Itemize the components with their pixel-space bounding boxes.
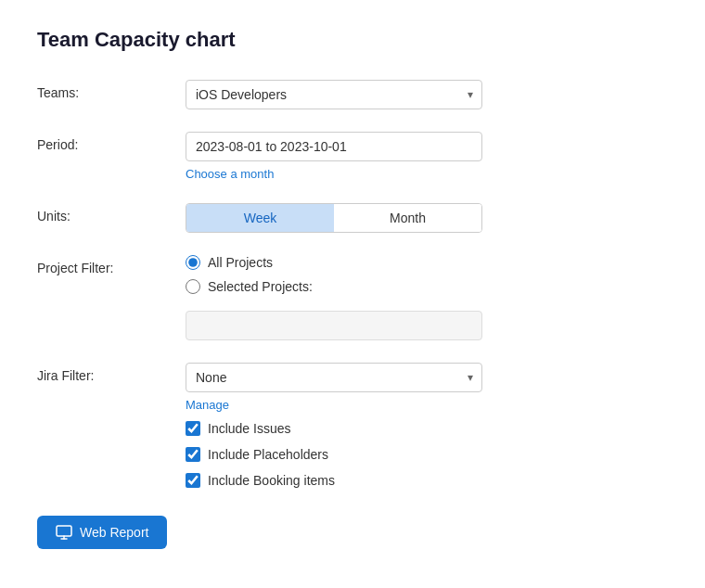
teams-label: Teams: [37, 80, 186, 100]
teams-control: iOS Developers Android Developers Backen… [186, 80, 482, 109]
include-issues-checkbox-item[interactable]: Include Issues [186, 421, 482, 436]
period-input[interactable] [186, 132, 482, 161]
web-report-label: Web Report [80, 525, 148, 540]
jira-filter-select-wrapper: None Filter 1 Filter 2 ▾ [186, 363, 482, 392]
jira-filter-control: None Filter 1 Filter 2 ▾ Manage Include … [186, 363, 482, 488]
units-toggle-group: Week Month [186, 203, 482, 233]
selected-projects-radio-label: Selected Projects: [208, 279, 313, 294]
selected-projects-radio-item[interactable]: Selected Projects: [186, 279, 482, 294]
units-label: Units: [37, 203, 186, 224]
project-filter-row: Project Filter: All Projects Selected Pr… [37, 255, 668, 340]
teams-select[interactable]: iOS Developers Android Developers Backen… [186, 80, 482, 109]
units-control: Week Month [186, 203, 482, 233]
units-row: Units: Week Month [37, 203, 668, 233]
include-booking-label: Include Booking items [208, 473, 335, 488]
include-booking-checkbox[interactable] [186, 473, 200, 488]
period-label: Period: [37, 132, 186, 152]
project-filter-control: All Projects Selected Projects: [186, 255, 482, 340]
include-placeholders-checkbox-item[interactable]: Include Placeholders [186, 447, 482, 462]
all-projects-radio-label: All Projects [208, 255, 273, 270]
include-booking-checkbox-item[interactable]: Include Booking items [186, 473, 482, 488]
jira-filter-row: Jira Filter: None Filter 1 Filter 2 ▾ Ma… [37, 363, 668, 488]
include-issues-label: Include Issues [208, 421, 291, 436]
units-week-button[interactable]: Week [186, 204, 334, 232]
project-filter-radio-group: All Projects Selected Projects: [186, 255, 482, 340]
include-placeholders-checkbox[interactable] [186, 447, 200, 462]
all-projects-radio[interactable] [186, 255, 200, 270]
teams-row: Teams: iOS Developers Android Developers… [37, 80, 668, 109]
all-projects-radio-item[interactable]: All Projects [186, 255, 482, 270]
project-filter-label: Project Filter: [37, 255, 186, 275]
teams-select-wrapper: iOS Developers Android Developers Backen… [186, 80, 482, 109]
period-control: Choose a month [186, 132, 482, 181]
manage-link[interactable]: Manage [186, 398, 229, 412]
jira-filter-select[interactable]: None Filter 1 Filter 2 [186, 363, 482, 392]
include-issues-checkbox[interactable] [186, 421, 200, 436]
selected-projects-radio[interactable] [186, 279, 200, 294]
choose-month-link[interactable]: Choose a month [186, 167, 274, 181]
svg-rect-0 [57, 526, 71, 536]
selected-projects-input[interactable] [186, 311, 482, 340]
include-placeholders-label: Include Placeholders [208, 447, 328, 462]
units-month-button[interactable]: Month [334, 204, 481, 232]
bottom-section: Web Report [37, 516, 668, 549]
web-report-button[interactable]: Web Report [37, 516, 167, 549]
period-row: Period: Choose a month [37, 132, 668, 181]
jira-filter-label: Jira Filter: [37, 363, 186, 383]
monitor-icon [56, 525, 72, 540]
page-title: Team Capacity chart [37, 28, 668, 52]
checkbox-group: Include Issues Include Placeholders Incl… [186, 421, 482, 488]
